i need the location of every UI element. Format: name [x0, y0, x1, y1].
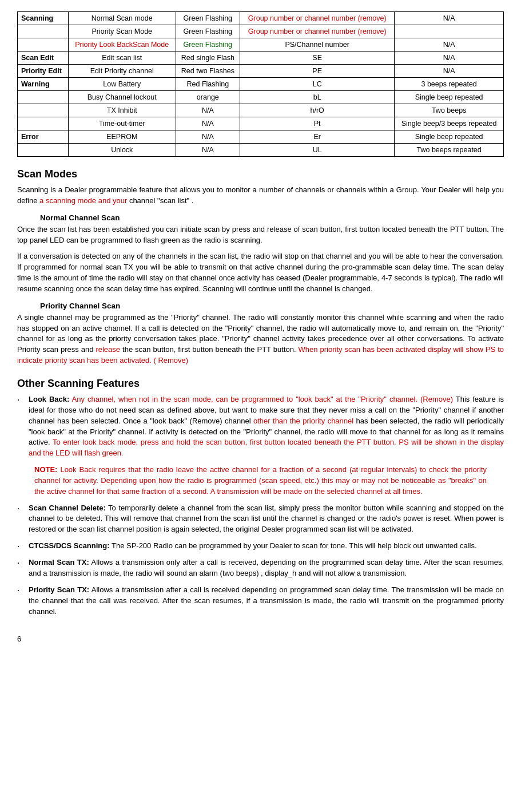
ctcss-item: · CTCSS/DCS Scanning: The SP-200 Radio c… [17, 541, 504, 552]
table-cell-col2: Edit scan list [68, 52, 176, 65]
table-row: ScanningNormal Scan modeGreen FlashingGr… [18, 12, 504, 25]
table-cell-col1 [18, 25, 69, 38]
scan-channel-delete-item: · Scan Channel Delete: To temporarily de… [17, 503, 504, 536]
table-row: Scan EditEdit scan listRed single FlashS… [18, 52, 504, 65]
table-cell-col2: EEPROM [68, 130, 176, 144]
scan-channel-delete-label: Scan Channel Delete: [29, 504, 106, 512]
table-cell-col1 [18, 104, 69, 117]
table-cell-col1 [18, 91, 69, 104]
table-cell-col4: LC [240, 78, 395, 91]
table-cell-col2: Low Battery [68, 78, 176, 91]
priority-scan-tx-label: Priority Scan TX: [29, 585, 89, 594]
table-cell-col3: N/A [176, 144, 240, 157]
table-cell-col5: N/A [395, 12, 504, 25]
table-cell-col4: PE [240, 65, 395, 78]
status-table: ScanningNormal Scan modeGreen FlashingGr… [17, 11, 504, 157]
table-cell-col5: N/A [395, 65, 504, 78]
table-cell-col1 [18, 117, 69, 130]
table-cell-col4: Group number or channel number (remove) [240, 25, 395, 38]
page-number: 6 [17, 635, 504, 643]
table-cell-col5: N/A [395, 52, 504, 65]
table-cell-col2: Priority Look BackScan Mode [68, 38, 176, 52]
table-row: WarningLow BatteryRed FlashingLC3 beeps … [18, 78, 504, 91]
table-cell-col5: Single beep/3 beeps repeated [395, 117, 504, 130]
bullet-dot-priorityscantx: · [17, 585, 29, 617]
normal-scan-tx-label: Normal Scan TX: [29, 558, 89, 567]
table-row: Priority EditEdit Priority channelRed tw… [18, 65, 504, 78]
table-cell-col3: Green Flashing [176, 12, 240, 25]
other-scanning-section: Other Scanning Features · Look Back: Any… [17, 378, 504, 617]
bullet-dot-scandelete: · [17, 503, 29, 536]
table-cell-col2: Unlock [68, 144, 176, 157]
intro-text-after: channel "scan list" . [127, 196, 193, 205]
scan-modes-title: Scan Modes [17, 168, 504, 180]
table-cell-col1: Scanning [18, 12, 69, 25]
table-cell-col1: Scan Edit [18, 52, 69, 65]
table-row: UnlockN/AULTwo beeps repeated [18, 144, 504, 157]
table-cell-col5: Two beeps repeated [395, 144, 504, 157]
priority-channel-scan-heading: Priority Channel Scan [17, 302, 504, 310]
table-cell-col3: N/A [176, 104, 240, 117]
look-back-item: · Look Back: Any channel, when not in th… [17, 394, 504, 459]
table-cell-col1: Warning [18, 78, 69, 91]
table-cell-col2: Edit Priority channel [68, 65, 176, 78]
table-cell-col4: PS/Channel number [240, 38, 395, 52]
bullet-dot-ctcss: · [17, 541, 29, 552]
table-cell-col4: Er [240, 130, 395, 144]
table-row: Busy Channel lockoutorangebLSingle beep … [18, 91, 504, 104]
table-cell-col2: Busy Channel lockout [68, 91, 176, 104]
table-cell-col4: bL [240, 91, 395, 104]
table-cell-col2: Normal Scan mode [68, 12, 176, 25]
table-cell-col5: Single beep repeated [395, 91, 504, 104]
table-cell-col1 [18, 144, 69, 157]
look-back-label: Look Back: [29, 395, 69, 403]
table-cell-col5: Single beep repeated [395, 130, 504, 144]
table-cell-col5: 3 beeps repeated [395, 78, 504, 91]
ctcss-content: CTCSS/DCS Scanning: The SP-200 Radio can… [29, 541, 504, 552]
table-cell-col5: N/A [395, 38, 504, 52]
priority-scan-tx-item: · Priority Scan TX: Allows a transmissio… [17, 585, 504, 617]
look-back-content: Look Back: Any channel, when not in the … [29, 394, 504, 459]
normal-scan-tx-item: · Normal Scan TX: Allows a transmission … [17, 557, 504, 579]
normal-scan-tx-content: Normal Scan TX: Allows a transmission on… [29, 557, 504, 579]
table-cell-col3: Red single Flash [176, 52, 240, 65]
table-cell-col3: Green Flashing [176, 38, 240, 52]
normal-channel-scan-heading: Normal Channel Scan [17, 213, 504, 222]
table-row: TX InhibitN/Ah/rOTwo beeps [18, 104, 504, 117]
scan-modes-section: Scan Modes Scanning is a Dealer programm… [17, 168, 504, 366]
table-row: Priority Scan ModeGreen FlashingGroup nu… [18, 25, 504, 38]
priority-scan-tx-content: Priority Scan TX: Allows a transmission … [29, 585, 504, 617]
table-cell-col4: SE [240, 52, 395, 65]
table-cell-col3: orange [176, 91, 240, 104]
other-scanning-title: Other Scanning Features [17, 378, 504, 390]
table-cell-col5 [395, 25, 504, 38]
table-cell-col2: TX Inhibit [68, 104, 176, 117]
table-cell-col5: Two beeps [395, 104, 504, 117]
note-block: NOTE: Look Back requires that the radio … [34, 465, 487, 497]
table-cell-col3: N/A [176, 130, 240, 144]
normal-channel-scan-text2: If a conversation is detected on any of … [17, 251, 504, 294]
table-cell-col3: N/A [176, 117, 240, 130]
scan-channel-delete-content: Scan Channel Delete: To temporarily dele… [29, 503, 504, 536]
bullet-dot-normalscantx: · [17, 557, 29, 579]
table-cell-col4: UL [240, 144, 395, 157]
table-cell-col1: Error [18, 130, 69, 144]
table-cell-col3: Red Flashing [176, 78, 240, 91]
table-row: ErrorEEPROMN/AErSingle beep repeated [18, 130, 504, 144]
table-row: Time-out-timerN/APtSingle beep/3 beeps r… [18, 117, 504, 130]
table-cell-col3: Red two Flashes [176, 65, 240, 78]
note-label: NOTE: [34, 465, 57, 474]
table-cell-col4: h/rO [240, 104, 395, 117]
priority-channel-scan-text: A single channel may be programmed as th… [17, 312, 504, 366]
ctcss-label: CTCSS/DCS Scanning: [29, 541, 110, 550]
table-cell-col4: Group number or channel number (remove) [240, 12, 395, 25]
scan-modes-intro: Scanning is a Dealer programmable featur… [17, 185, 504, 207]
normal-channel-scan-text1: Once the scan list has been established … [17, 224, 504, 246]
table-cell-col1: Priority Edit [18, 65, 69, 78]
table-row: Priority Look BackScan ModeGreen Flashin… [18, 38, 504, 52]
bullet-dot-lookback: · [17, 394, 29, 459]
table-cell-col4: Pt [240, 117, 395, 130]
table-cell-col2: Time-out-timer [68, 117, 176, 130]
table-cell-col1 [18, 38, 69, 52]
table-cell-col3: Green Flashing [176, 25, 240, 38]
